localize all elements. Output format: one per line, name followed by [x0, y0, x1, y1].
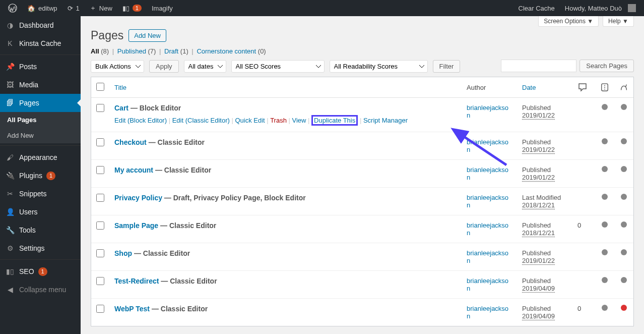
script-manager-link[interactable]: Script Manager [363, 117, 408, 124]
site-name[interactable]: 🏠editwp [23, 0, 61, 16]
filter-button[interactable]: Filter [433, 60, 461, 73]
col-comments[interactable] [572, 77, 595, 98]
view-cornerstone[interactable]: Cornerstone content [197, 47, 256, 55]
imagify-link[interactable]: Imagify [148, 0, 177, 16]
comments-cell [572, 187, 595, 215]
duplicate-link[interactable]: Duplicate This [314, 117, 355, 124]
sidebar-seo[interactable]: ▮▯SEO 1 [0, 262, 81, 281]
date-status: Published [522, 166, 551, 174]
seo-filter-select[interactable]: All SEO Scores [231, 60, 325, 73]
readability-dot [621, 277, 627, 283]
author-link[interactable]: brianleejackson [467, 277, 508, 292]
yoast-icon: ▮▯ [5, 266, 15, 276]
row-checkbox[interactable] [96, 194, 104, 202]
wrench-icon: 🔧 [5, 225, 15, 235]
seo-dot [602, 305, 608, 311]
sidebar-users[interactable]: 👤Users [0, 203, 81, 221]
svg-point-3 [604, 87, 605, 88]
sidebar-plugins[interactable]: 🔌Plugins 1 [0, 166, 81, 185]
view-published[interactable]: Published [117, 47, 146, 55]
date-value: 2019/01/22 [522, 146, 555, 153]
sidebar-collapse[interactable]: ◀Collapse menu [0, 281, 81, 299]
readability-dot [621, 104, 627, 110]
sidebar-pages[interactable]: 🗐Pages [0, 94, 81, 112]
col-readability[interactable] [614, 77, 633, 98]
author-link[interactable]: brianleejackson [467, 305, 508, 320]
date-value: 2018/12/21 [522, 201, 555, 209]
apply-button[interactable]: Apply [149, 60, 179, 73]
new-content[interactable]: ＋New [86, 0, 116, 16]
col-seo[interactable] [595, 77, 614, 98]
avatar [628, 4, 636, 12]
date-status: Published [522, 277, 551, 285]
author-link[interactable]: brianleejackson [467, 221, 508, 237]
user-icon: 👤 [5, 207, 15, 217]
row-checkbox[interactable] [96, 277, 104, 285]
row-checkbox[interactable] [96, 305, 104, 313]
sidebar-all-pages[interactable]: All Pages [0, 112, 81, 128]
page-title-link[interactable]: Privacy Policy [114, 194, 162, 202]
seo-dot [602, 194, 608, 200]
row-checkbox[interactable] [96, 138, 104, 146]
col-title[interactable]: Title [114, 84, 126, 91]
author-link[interactable]: brianleejackson [467, 138, 508, 153]
author-link[interactable]: brianleejackson [467, 166, 508, 181]
readability-dot [621, 305, 627, 311]
row-checkbox[interactable] [96, 249, 104, 257]
sidebar-tools[interactable]: 🔧Tools [0, 221, 81, 239]
sidebar-settings[interactable]: ⚙Settings [0, 239, 81, 257]
sidebar-appearance[interactable]: 🖌Appearance [0, 148, 81, 166]
page-title-link[interactable]: Test-Redirect [114, 277, 159, 285]
sidebar-kinsta[interactable]: KKinsta Cache [0, 34, 81, 52]
scissors-icon: ✂ [5, 189, 15, 199]
author-link[interactable]: brianleejackson [467, 194, 508, 209]
page-title-link[interactable]: Cart [114, 104, 128, 112]
date-value: 2019/01/22 [522, 174, 555, 181]
date-value: 2019/01/22 [522, 257, 555, 264]
sidebar-posts[interactable]: 📌Posts [0, 58, 81, 76]
post-state: — Block Editor [128, 104, 181, 112]
edit-block-link[interactable]: Edit (Block Editor) [114, 117, 167, 124]
trash-link[interactable]: Trash [270, 117, 287, 124]
page-title-link[interactable]: My account [114, 166, 153, 174]
author-link[interactable]: brianleejackson [467, 249, 508, 264]
sidebar-media[interactable]: 🖾Media [0, 76, 81, 94]
page-title-link[interactable]: WebP Test [114, 305, 150, 313]
row-checkbox[interactable] [96, 166, 104, 174]
add-new-button[interactable]: Add New [128, 29, 166, 42]
yoast-indicator[interactable]: ▮▯1 [118, 0, 146, 16]
search-button[interactable]: Search Pages [579, 60, 634, 72]
view-all[interactable]: All [91, 47, 99, 55]
wp-logo[interactable] [4, 0, 21, 16]
screen-options-tab[interactable]: Screen Options ▼ [538, 16, 599, 27]
help-tab[interactable]: Help ▼ [603, 16, 634, 27]
page-title-link[interactable]: Shop [114, 249, 132, 257]
refresh-link[interactable]: ⟳1 [63, 0, 84, 16]
bulk-actions-select[interactable]: Bulk Actions [91, 60, 144, 73]
howdy-user[interactable]: Howdy, Matteo Duò [561, 0, 640, 16]
comments-cell: 0 [572, 298, 595, 326]
page-title-link[interactable]: Checkout [114, 138, 147, 146]
row-checkbox[interactable] [96, 221, 104, 230]
sidebar-add-new[interactable]: Add New [0, 128, 81, 143]
select-all-checkbox[interactable] [96, 83, 104, 91]
date-filter-select[interactable]: All dates [184, 60, 226, 73]
readability-dot [621, 166, 627, 172]
search-input[interactable] [501, 60, 576, 72]
col-date[interactable]: Date [522, 84, 536, 91]
clear-cache[interactable]: Clear Cache [514, 0, 559, 16]
page-title-link[interactable]: Sample Page [114, 221, 158, 230]
quick-edit-link[interactable]: Quick Edit [235, 117, 265, 124]
edit-classic-link[interactable]: Edit (Classic Editor) [172, 117, 230, 124]
sidebar-dashboard[interactable]: ◑Dashboard [0, 16, 81, 34]
readability-filter-select[interactable]: All Readability Scores [330, 60, 428, 73]
row-checkbox[interactable] [96, 104, 104, 112]
date-status: Published [522, 221, 551, 229]
author-link[interactable]: brianleejackson [467, 104, 508, 119]
seo-dot [602, 138, 608, 144]
sidebar-snippets[interactable]: ✂Snippets [0, 185, 81, 203]
view-draft[interactable]: Draft [164, 47, 178, 55]
date-status: Published [522, 305, 551, 312]
view-link[interactable]: View [292, 117, 306, 124]
page-title: Pages [91, 29, 123, 42]
